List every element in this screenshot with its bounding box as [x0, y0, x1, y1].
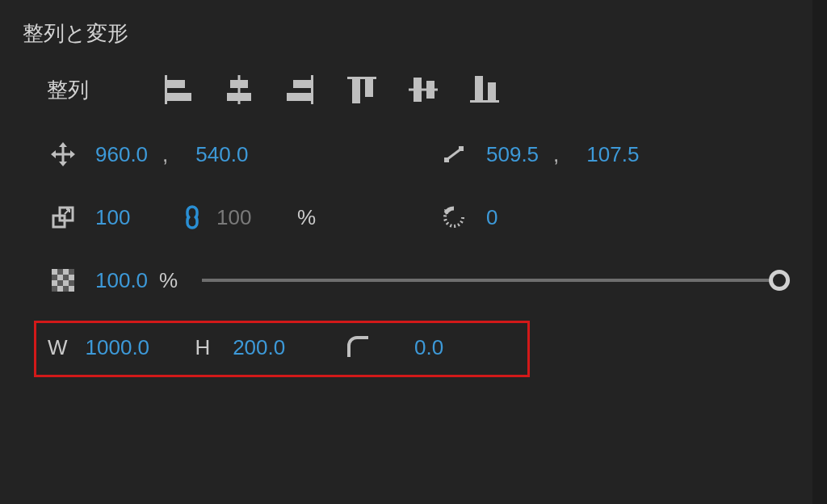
- svg-rect-39: [52, 286, 57, 292]
- svg-rect-37: [57, 280, 63, 286]
- svg-rect-13: [414, 78, 422, 102]
- svg-rect-16: [475, 76, 483, 100]
- anchor-icon: [438, 138, 470, 170]
- svg-rect-0: [165, 75, 167, 104]
- svg-rect-9: [347, 77, 376, 79]
- corner-radius-icon: [342, 331, 374, 363]
- svg-rect-35: [52, 275, 57, 280]
- svg-rect-7: [293, 80, 311, 88]
- svg-rect-30: [63, 280, 69, 286]
- svg-rect-34: [69, 269, 74, 275]
- svg-rect-28: [69, 275, 74, 280]
- svg-rect-1: [167, 80, 185, 88]
- svg-rect-27: [57, 275, 63, 280]
- link-icon[interactable]: [176, 201, 208, 233]
- align-left-icon[interactable]: [160, 72, 195, 107]
- position-anchor-row: 960.0 , 540.0 509.5 , 107.5: [23, 138, 804, 170]
- height-label: H: [195, 335, 233, 360]
- height-value[interactable]: 200.0: [233, 335, 334, 360]
- align-bottom-icon[interactable]: [467, 72, 502, 107]
- svg-rect-19: [53, 153, 73, 156]
- size-row-highlight: W 1000.0 H 200.0 0.0: [34, 321, 530, 377]
- svg-line-22: [447, 149, 460, 159]
- opacity-value[interactable]: 100.0: [95, 268, 148, 293]
- svg-rect-33: [57, 269, 63, 275]
- opacity-icon: [47, 264, 79, 296]
- rotation-value[interactable]: 0: [486, 205, 497, 230]
- svg-rect-26: [63, 269, 69, 275]
- corner-radius-value[interactable]: 0.0: [414, 335, 516, 360]
- anchor-separator: ,: [553, 142, 559, 167]
- svg-rect-11: [365, 79, 373, 97]
- scrollbar-rail[interactable]: [812, 0, 827, 504]
- opacity-unit: %: [159, 268, 178, 293]
- svg-rect-38: [69, 280, 74, 286]
- position-y-value[interactable]: 540.0: [195, 142, 248, 167]
- position-x-value[interactable]: 960.0: [95, 142, 148, 167]
- svg-rect-29: [52, 280, 57, 286]
- scale-y-value: 100: [216, 205, 273, 230]
- align-top-icon[interactable]: [344, 72, 380, 107]
- anchor-x-value[interactable]: 509.5: [486, 142, 539, 167]
- align-hcenter-icon[interactable]: [221, 72, 257, 107]
- align-row: 整列: [23, 72, 804, 107]
- svg-rect-40: [63, 286, 69, 292]
- svg-rect-15: [470, 100, 499, 103]
- align-label: 整列: [47, 76, 160, 104]
- opacity-slider[interactable]: [202, 279, 780, 282]
- svg-rect-5: [227, 93, 251, 101]
- section-title: 整列と変形: [23, 19, 804, 48]
- svg-rect-31: [57, 286, 63, 292]
- scale-x-value[interactable]: 100: [95, 205, 160, 230]
- align-transform-panel: 整列と変形 整列: [0, 0, 827, 397]
- svg-rect-32: [69, 286, 74, 292]
- width-value[interactable]: 1000.0: [86, 335, 187, 360]
- scale-rotation-row: 100 100 % 0: [23, 201, 804, 233]
- svg-rect-36: [63, 275, 69, 280]
- align-vcenter-icon[interactable]: [405, 72, 441, 107]
- svg-rect-25: [52, 269, 57, 275]
- svg-rect-17: [488, 82, 496, 100]
- svg-rect-2: [167, 93, 191, 101]
- opacity-slider-thumb[interactable]: [769, 270, 790, 291]
- align-right-icon[interactable]: [283, 72, 318, 107]
- scale-icon: [47, 201, 79, 233]
- svg-rect-14: [426, 81, 434, 99]
- svg-rect-4: [230, 80, 248, 88]
- width-label: W: [48, 335, 86, 360]
- position-separator: ,: [162, 142, 168, 167]
- svg-rect-6: [311, 75, 313, 104]
- position-icon: [47, 138, 79, 170]
- svg-rect-8: [287, 93, 311, 101]
- opacity-row: 100.0 %: [23, 264, 804, 296]
- scale-unit: %: [297, 205, 316, 230]
- anchor-y-value[interactable]: 107.5: [586, 142, 639, 167]
- rotation-icon: [438, 201, 470, 233]
- svg-rect-10: [352, 79, 360, 103]
